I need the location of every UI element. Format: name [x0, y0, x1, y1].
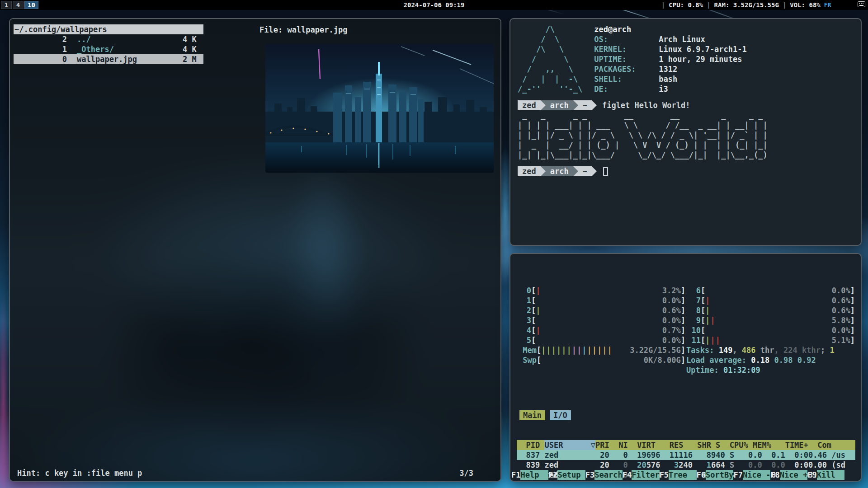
system-fetch-block: /\ / \ /\ \ / \ / ,, \ / | | -\ /_-'' ''… [518, 24, 854, 94]
fetch-info-line: DE:i3 [594, 84, 746, 94]
system-stats: | CPU: 0.8% | RAM: 3.52G/15.55G | VOL: 6… [661, 0, 868, 19]
prompt-host-segment: arch [546, 166, 573, 176]
meter-6: 6[0.0%] [686, 286, 855, 296]
prompt-line: zedarch~ [518, 166, 854, 176]
fkey-f7[interactable]: F7Nice - [733, 470, 770, 480]
fetch-info-line: KERNEL:Linux 6.9.7-arch1-1 [594, 44, 746, 54]
htop-screen-tabs: MainI/O [519, 410, 855, 420]
arch-logo-ascii: /\ / \ /\ \ / \ / ,, \ / | | -\ /_-'' ''… [518, 24, 582, 94]
meter-5: 5[0.0%] [517, 335, 685, 345]
htop-window: 0[|3.2%]1[0.0%]2[|0.6%]3[0.0%]4[|0.7%]5[… [509, 253, 862, 482]
preview-title: File: wallpaper.jpg [259, 25, 347, 35]
meter-8: 8[|0.6%] [686, 305, 855, 315]
process-table-header[interactable]: PID USER ▽PRI NI VIRT RES SHR S CPU% MEM… [517, 440, 855, 450]
powerline-arrow-icon [541, 166, 546, 176]
workspace-switcher: 1410 [0, 1, 38, 9]
fkey-f1[interactable]: F1Help [511, 470, 548, 480]
fkey-f2[interactable]: F2Setup [548, 470, 585, 480]
meter-3: 3[0.0%] [517, 315, 685, 325]
fetch-info-line: PACKAGES:1312 [594, 64, 746, 74]
prompt-user-segment: zed [518, 100, 541, 110]
powerline-arrow-icon [592, 100, 597, 110]
tab-main[interactable]: Main [519, 410, 545, 420]
figlet-ascii-art: _ _ _ _ __ __ _ _ _ | | | | ___| | | ___… [518, 110, 854, 160]
file-manager-window: ~/.config/wallpapers 2../4 K1_Others/4 K… [9, 18, 501, 482]
separator: | [707, 0, 710, 9]
process-row-869[interactable]: 869 zed 20 0 6620 4352 3840 S 0.0 0.0 0:… [517, 480, 855, 482]
file-row-_Others[interactable]: 1_Others/4 K [14, 44, 203, 54]
separator: | [783, 0, 786, 9]
prompt-cwd-segment: ~ [578, 166, 592, 176]
file-status-line: Hint: c key in :file menu p -rw-r--r-- z… [10, 458, 500, 468]
workspace-button-4[interactable]: 4 [13, 1, 24, 9]
meter-2: 2[|0.6%] [517, 305, 685, 315]
meter-Mem: Mem[||||||||||||||3.22G/15.5G] [517, 345, 685, 355]
fetch-info-line: SHELL:bash [594, 74, 746, 84]
meter-1: 1[0.0%] [517, 296, 685, 305]
user-host: zed@arch [594, 24, 631, 34]
meter-column-left: 0[|3.2%]1[0.0%]2[|0.6%]3[0.0%]4[|0.7%]5[… [517, 286, 685, 375]
meter-Swp: Swp[0K/8.00G] [517, 355, 685, 365]
fkey-f3[interactable]: F3Search [585, 470, 623, 480]
meter-7: 7[|0.6%] [686, 296, 855, 305]
uptime: Uptime: 01:32:09 [686, 365, 855, 375]
process-row-839[interactable]: 839 zed 20 0 20576 3240 1664 S 0.0 0.0 0… [517, 460, 855, 470]
tasks-summary: Tasks: 149, 486 thr, 224 kthr; 1 [686, 345, 855, 355]
keyboard-layout-badge: FR [824, 0, 831, 9]
workspace-button-1[interactable]: 1 [1, 1, 12, 9]
meter-column-right: 6[0.0%]7[|0.6%]8[|0.6%]9[||5.8%]10[0.0%]… [686, 286, 855, 375]
hint-text: Hint: c key in :file menu p [17, 468, 142, 478]
fetch-info-line: OS:Arch Linux [594, 34, 746, 44]
image-preview [265, 44, 494, 173]
file-permissions: -rw-r--r-- [151, 478, 197, 482]
ram-stat: RAM: 3.52G/15.55G [714, 0, 779, 9]
file-list: 2../4 K1_Others/4 K0wallpaper.jpg2 M [14, 34, 203, 64]
wallpaper-preview-art [265, 44, 494, 173]
file-row-[interactable]: 2../4 K [14, 34, 203, 44]
powerline-arrow-icon [592, 166, 597, 176]
fkey-f4[interactable]: F4Filter [623, 470, 660, 480]
tab-io[interactable]: I/O [550, 410, 571, 420]
prompt-cwd-segment: ~ [578, 100, 592, 110]
separator: | [661, 0, 665, 9]
list-position-indicator: 3/3 [459, 468, 473, 478]
powerline-arrow-icon [573, 166, 578, 176]
prompt-line: zedarch~ figlet Hello World! [518, 100, 854, 110]
fkey-f5[interactable]: F5Tree [660, 470, 697, 480]
cpu-stat: CPU: 0.8% [669, 0, 703, 9]
cpu-meters: 0[|3.2%]1[0.0%]2[|0.6%]3[0.0%]4[|0.7%]5[… [517, 286, 855, 375]
file-row-wallpaperjpg[interactable]: 0wallpaper.jpg2 M [14, 54, 203, 64]
meter-0: 0[|3.2%] [517, 286, 685, 296]
status-bar: 1410 2024-07-06 09:19 | CPU: 0.8% | RAM:… [0, 0, 868, 10]
meter-10: 10[0.0%] [686, 325, 855, 335]
process-row-837[interactable]: 837 zed 20 0 19696 11116 8940 S 0.0 0.1 … [517, 450, 855, 460]
powerline-arrow-icon [573, 100, 578, 110]
workspace-button-10[interactable]: 10 [24, 1, 38, 9]
terminal-window: /\ / \ /\ \ / \ / ,, \ / | | -\ /_-'' ''… [509, 18, 862, 246]
fetch-info-line: UPTIME:1 hour, 29 minutes [594, 54, 746, 64]
prompt-user-segment: zed [518, 166, 541, 176]
fkey-f8[interactable]: F8Nice + [770, 470, 807, 480]
meter-9: 9[||5.8%] [686, 315, 855, 325]
keyboard-icon [835, 0, 865, 19]
powerline-arrow-icon [541, 100, 546, 110]
function-key-bar: F1Help F2Setup F3SearchF4FilterF5Tree F6… [511, 470, 860, 480]
volume-stat: VOL: 68% [790, 0, 820, 9]
fkey-f9[interactable]: F9Kill [807, 470, 844, 480]
meter-4: 4[|0.7%] [517, 325, 685, 335]
prompt-host-segment: arch [546, 100, 573, 110]
fetch-info: zed@arch OS:Arch LinuxKERNEL:Linux 6.9.7… [594, 24, 746, 94]
typed-command: figlet Hello World! [602, 100, 690, 110]
load-average: Load average: 0.18 0.98 0.92 [686, 355, 855, 365]
terminal-cursor[interactable] [603, 167, 608, 176]
meter-11: 11[|||5.1%] [686, 335, 855, 345]
current-path-bar: ~/.config/wallpapers [14, 24, 203, 34]
fkey-f6[interactable]: F6SortBy [697, 470, 734, 480]
